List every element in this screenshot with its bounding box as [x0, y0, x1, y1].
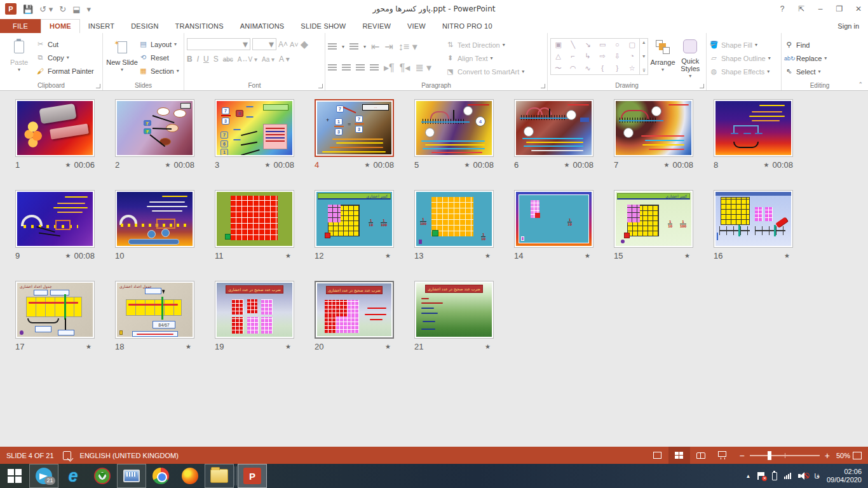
slide-thumbnail-18[interactable]: جدول اعداد اعشاری 84/67 18★ — [115, 281, 215, 372]
tab-transitions[interactable]: TRANSITIONS — [167, 20, 232, 33]
oval-shape-icon[interactable]: ○ — [615, 41, 620, 48]
font-color-button[interactable]: A ▾ — [279, 55, 290, 64]
start-slideshow-button[interactable]: ⬓ — [72, 4, 80, 14]
slide-thumbnail-11[interactable]: 11★ — [215, 190, 315, 281]
close-button[interactable]: ✕ — [849, 1, 868, 17]
elbow-shape-icon[interactable]: ⌐ — [571, 52, 575, 60]
slide-thumbnail-14[interactable]: 110 14★ — [514, 190, 614, 281]
taskbar-internet-explorer[interactable]: e — [58, 464, 88, 488]
line-shape-icon[interactable]: ╲ — [571, 41, 575, 49]
character-spacing-button[interactable]: A↔V ▾ — [238, 56, 257, 63]
slide-thumbnail-4-selected[interactable]: ··· 7 + 1 3 = 7 3 4★00:08 — [315, 99, 414, 190]
new-slide-button[interactable]: ✶ New Slide▾ — [105, 36, 139, 80]
language-status[interactable]: ENGLISH (UNITED KINGDOM) — [80, 452, 179, 459]
slide-thumbnail-21[interactable]: ضرب عدد صحیح در عدد اعشاری 21★ — [414, 281, 514, 372]
textbox-shape-icon[interactable]: ▣ — [555, 41, 561, 49]
right-arrow-shape-icon[interactable]: ⇨ — [600, 52, 606, 60]
paragraph-dialog-launcher[interactable] — [541, 84, 545, 88]
font-name-combo[interactable]: ▾ — [187, 38, 250, 50]
slide-thumbnail-12[interactable]: کسر اعشاری 110 1100 12★ — [315, 190, 414, 281]
replace-button[interactable]: ab↻Replace ▾ — [784, 53, 827, 64]
customize-qat-button[interactable]: ▾ — [86, 4, 91, 14]
line-spacing-icon[interactable]: ↕≡ ▾ — [398, 41, 417, 53]
slide-sorter-view-button[interactable] — [668, 447, 690, 464]
zoom-out-button[interactable]: − — [740, 451, 745, 461]
shape-effects-button[interactable]: ◍Shape Effects ▾ — [709, 66, 771, 77]
slide-thumbnail-3[interactable]: 7 3 = 7 6 1 3★00:08 — [215, 99, 315, 190]
start-button[interactable] — [0, 464, 29, 488]
clipboard-dialog-launcher[interactable] — [96, 84, 100, 88]
taskbar-telegram[interactable]: 21 — [29, 464, 58, 488]
slide-thumbnail-1[interactable]: 1★00:06 — [15, 99, 115, 190]
ribbon-display-options-button[interactable]: ⇱ — [792, 1, 811, 17]
rtl-direction-icon[interactable]: ¶◂ — [400, 62, 410, 74]
tab-nitro-pro[interactable]: NITRO PRO 10 — [434, 20, 501, 33]
drawing-dialog-launcher[interactable] — [700, 84, 704, 88]
volume-muted-icon[interactable] — [798, 472, 807, 480]
strikethrough-button[interactable]: abc — [223, 56, 233, 63]
triangle-shape-icon[interactable]: △ — [555, 52, 560, 60]
undo-button[interactable]: ↺ ▾ — [39, 4, 53, 14]
spell-check-icon[interactable] — [63, 451, 71, 460]
underline-button[interactable]: U — [203, 55, 209, 64]
columns-icon[interactable]: ≣ ▾ — [415, 62, 431, 74]
find-button[interactable]: ⚲Find — [784, 39, 827, 50]
increase-indent-icon[interactable]: ⇥ — [384, 41, 393, 53]
slide-thumbnail-10[interactable]: 10 — [115, 190, 215, 281]
zoom-slider-thumb[interactable] — [768, 451, 771, 460]
decrease-indent-icon[interactable]: ⇤ — [371, 41, 379, 53]
quick-styles-button[interactable]: Quick Styles▾ — [677, 36, 703, 80]
section-button[interactable]: ▦Section ▾ — [139, 65, 179, 76]
slide-thumbnail-20[interactable]: ضرب عدد صحیح در عدد اعشاری 20★ — [315, 281, 414, 372]
pie-shape-icon[interactable]: ◔ — [630, 52, 634, 60]
copy-button[interactable]: ⧉Copy ▾ — [36, 52, 94, 63]
shapes-gallery[interactable]: ▣╲↘▭○▢ △⌐↳⇨⇩◔ 〜◠∿{}☆ — [550, 38, 640, 75]
font-size-combo[interactable]: ▾ — [252, 38, 276, 50]
taskbar-remote-desktop[interactable] — [117, 464, 146, 488]
help-button[interactable]: ? — [773, 1, 792, 17]
align-center-icon[interactable] — [342, 64, 351, 71]
slide-thumbnail-5[interactable]: 4 5★00:08 — [414, 99, 514, 190]
bold-button[interactable]: B — [187, 55, 193, 64]
hidden-icons-button[interactable]: ▲ — [745, 473, 750, 479]
font-dialog-launcher[interactable] — [318, 84, 323, 88]
align-left-icon[interactable] — [328, 64, 337, 71]
collapse-ribbon-button[interactable]: ⌃ — [858, 81, 863, 88]
tab-file[interactable]: FILE — [0, 19, 41, 33]
slide-thumbnail-6[interactable]: 6★00:08 — [514, 99, 614, 190]
slide-thumbnail-17[interactable]: جدول اعداد اعشاری 17★ — [15, 281, 115, 372]
align-text-button[interactable]: ⬍Align Text ▾ — [445, 53, 524, 64]
italic-button[interactable]: I — [197, 55, 199, 64]
change-case-button[interactable]: Aa ▾ — [262, 56, 275, 63]
slide-thumbnail-9[interactable]: 9★00:08 — [15, 190, 115, 281]
shapes-gallery-scrollbar[interactable]: ▲▼⊽ — [640, 38, 648, 75]
rounded-rect-shape-icon[interactable]: ▢ — [628, 41, 635, 49]
tab-view[interactable]: VIEW — [399, 20, 434, 33]
taskbar-firefox[interactable] — [175, 464, 205, 488]
action-center-alert-icon[interactable]: ✕ — [757, 472, 765, 480]
slide-thumbnail-13[interactable]: 1100 110 13★ — [414, 190, 514, 281]
zoom-in-button[interactable]: + — [825, 451, 830, 461]
layout-button[interactable]: ▤Layout ▾ — [139, 39, 179, 50]
arc-shape-icon[interactable]: ◠ — [570, 64, 576, 72]
elbow-arrow-shape-icon[interactable]: ↳ — [585, 52, 590, 60]
arrow-shape-icon[interactable]: ↘ — [585, 41, 590, 49]
cut-button[interactable]: ✂Cut — [36, 39, 94, 50]
rectangle-shape-icon[interactable]: ▭ — [599, 41, 606, 49]
tab-review[interactable]: REVIEW — [354, 20, 399, 33]
left-brace-shape-icon[interactable]: { — [601, 64, 604, 72]
tab-design[interactable]: DESIGN — [123, 20, 166, 33]
slide-thumbnail-2[interactable]: ۲ ٣ 2★00:08 — [115, 99, 215, 190]
network-signal-icon[interactable] — [784, 473, 791, 479]
shape-outline-button[interactable]: ▱Shape Outline ▾ — [709, 53, 771, 64]
tab-insert[interactable]: INSERT — [80, 20, 123, 33]
paste-button[interactable]: Paste▾ — [3, 36, 36, 80]
normal-view-button[interactable] — [647, 447, 668, 464]
format-painter-button[interactable]: 🖌Format Painter — [36, 65, 94, 76]
taskbar-chrome[interactable] — [146, 464, 175, 488]
numbering-icon[interactable] — [349, 43, 358, 50]
scribble-shape-icon[interactable]: 〜 — [555, 64, 562, 73]
slide-thumbnail-19[interactable]: ضرب عدد صحیح در عدد اعشاری 19★ — [215, 281, 315, 372]
slide-thumbnail-8[interactable]: 8★00:08 — [714, 99, 813, 190]
restore-button[interactable]: ❐ — [830, 1, 849, 17]
